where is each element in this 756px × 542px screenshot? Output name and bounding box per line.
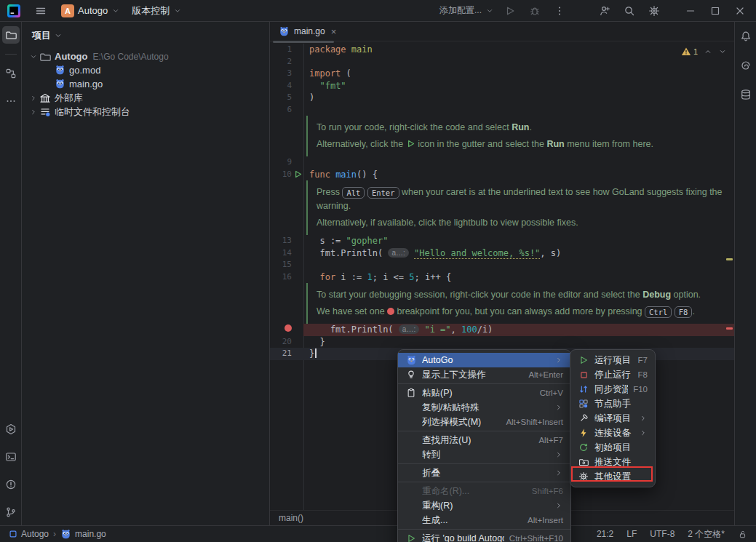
menu-item-label: 同步资源 <box>594 383 628 396</box>
project-tool-button[interactable] <box>2 26 20 44</box>
breadcrumb-scope[interactable]: main() <box>279 513 303 523</box>
menu-item-重命名(R)...[interactable]: 重命名(R)...Shift+F6 <box>398 484 570 498</box>
submenu-item-同步资源[interactable]: 同步资源F10 <box>570 382 655 396</box>
problems-tool-button[interactable] <box>2 476 20 493</box>
goland-logo-icon <box>7 4 20 17</box>
line-number: 1 <box>270 44 292 56</box>
chevron-down-icon <box>111 7 120 15</box>
line-number: 2 <box>270 56 292 68</box>
vcs-label: 版本控制 <box>132 4 170 17</box>
submenu-item-初始项目[interactable]: 初始项目 <box>570 440 655 455</box>
tab-main-go[interactable]: main.go × <box>270 22 343 41</box>
code-text: func main() { <box>303 169 734 181</box>
warning-stripe-tick[interactable] <box>726 258 733 260</box>
nodes-icon <box>578 399 589 409</box>
status-21:2[interactable]: 21:2 <box>597 529 613 539</box>
chevron-down-icon <box>485 7 494 15</box>
next-problem-icon[interactable] <box>718 47 727 56</box>
status-UTF-8[interactable]: UTF-8 <box>650 529 675 539</box>
code-line: 10func main() { <box>270 169 734 181</box>
project-icon <box>9 530 17 538</box>
menu-item-运行 'go build Autogo'(U)[interactable]: 运行 'go build Autogo'(U)Ctrl+Shift+F10 <box>398 531 570 542</box>
menu-item-AutoGo[interactable]: AutoGo <box>398 353 570 367</box>
go-file-icon <box>279 26 290 37</box>
more-actions-button[interactable] <box>551 2 568 20</box>
code-text <box>303 56 734 68</box>
line-number: 9 <box>270 156 292 169</box>
terminal-tool-button[interactable] <box>2 448 20 466</box>
tree-row-临时文件和控制台[interactable]: 临时文件和控制台 <box>22 105 269 119</box>
error-stripe-tick[interactable] <box>726 327 733 330</box>
lightbulb-icon <box>405 370 417 380</box>
status-crumb-label: main.go <box>75 529 106 539</box>
tree-row-Autogo[interactable]: AutogoE:\Go Code\Autogo <box>22 49 269 63</box>
menu-item-显示上下文操作[interactable]: 显示上下文操作Alt+Enter <box>398 367 570 382</box>
warning-count[interactable]: 1 <box>681 47 698 57</box>
tree-row-main.go[interactable]: main.go <box>22 77 269 91</box>
inspections-widget[interactable]: 1 <box>681 47 727 57</box>
code-with-me-button[interactable] <box>596 2 613 20</box>
menu-item-折叠[interactable]: 折叠 <box>398 466 570 480</box>
menu-item-粘贴(P)[interactable]: 粘贴(P)Ctrl+V <box>398 386 570 400</box>
gutter-mark <box>292 348 303 360</box>
structure-tool-button[interactable] <box>2 65 20 82</box>
run-line-icon[interactable] <box>292 169 303 181</box>
lock-icon[interactable] <box>738 530 747 539</box>
menu-item-转到[interactable]: 转到 <box>398 447 570 462</box>
menu-item-label: 生成... <box>422 514 522 527</box>
gopher-icon <box>60 529 71 540</box>
breakpoint-icon[interactable] <box>285 324 292 332</box>
tree-row-外部库[interactable]: 外部库 <box>22 91 269 105</box>
run-configuration-selector[interactable]: 添加配置... <box>439 4 494 17</box>
menu-item-查找用法(U)[interactable]: 查找用法(U)Alt+F7 <box>398 433 570 447</box>
chevron-right-icon[interactable] <box>28 108 39 116</box>
ai-assistant-tool-button[interactable] <box>737 57 755 74</box>
run-button[interactable] <box>501 2 519 20</box>
notifications-tool-button[interactable] <box>737 28 755 45</box>
database-tool-button[interactable] <box>737 86 755 103</box>
gopher-icon <box>405 355 417 366</box>
project-name: Autogo <box>78 5 108 16</box>
strip-divider <box>5 54 17 55</box>
tree-item-path: E:\Go Code\Autogo <box>92 52 168 62</box>
close-button[interactable] <box>731 2 749 20</box>
tab-close-icon[interactable]: × <box>331 26 337 37</box>
status-LF[interactable]: LF <box>626 529 637 539</box>
main-menu-button[interactable] <box>32 2 49 20</box>
bolt-icon <box>578 428 589 438</box>
tree-row-go.mod[interactable]: go.mod <box>22 63 269 77</box>
menu-item-shortcut: Ctrl+V <box>540 388 563 397</box>
submenu-item-节点助手[interactable]: 节点助手 <box>570 396 655 411</box>
debug-button[interactable] <box>526 2 544 20</box>
chevron-right-icon[interactable] <box>28 94 39 103</box>
code-text: import ( <box>303 68 734 80</box>
search-everywhere-button[interactable] <box>621 2 638 20</box>
submenu-item-编译项目[interactable]: 编译项目 <box>570 411 655 426</box>
menu-item-复制/粘贴特殊[interactable]: 复制/粘贴特殊 <box>398 400 570 415</box>
menu-item-生成...[interactable]: 生成...Alt+Insert <box>398 513 570 527</box>
status-crumb-Autogo[interactable]: Autogo <box>9 529 49 539</box>
status-2 个空格*[interactable]: 2 个空格* <box>688 528 725 541</box>
menu-item-列选择模式(M)[interactable]: 列选择模式(M)Alt+Shift+Insert <box>398 415 570 429</box>
project-switcher[interactable]: A Autogo <box>61 4 120 17</box>
more-tools-button[interactable] <box>2 92 20 110</box>
run-tool-button[interactable] <box>2 421 20 438</box>
project-panel-header[interactable]: 项目 <box>22 26 269 49</box>
menu-item-重构(R)[interactable]: 重构(R) <box>398 498 570 513</box>
vcs-widget[interactable]: 版本控制 <box>132 4 182 17</box>
submenu-item-连接设备[interactable]: 连接设备 <box>570 426 655 440</box>
menu-separator <box>398 463 570 464</box>
status-crumb-main.go[interactable]: main.go <box>60 529 106 540</box>
chevron-down-icon[interactable] <box>28 52 39 61</box>
submenu-arrow-icon <box>554 469 563 477</box>
maximize-button[interactable] <box>707 2 724 20</box>
minimize-button[interactable] <box>682 2 699 20</box>
line-number: 5 <box>270 92 292 104</box>
submenu-item-运行项目[interactable]: 运行项目F7 <box>570 353 655 367</box>
prev-problem-icon[interactable] <box>704 47 712 56</box>
version-control-tool-button[interactable] <box>2 503 20 521</box>
project-panel: 项目 AutogoE:\Go Code\Autogogo.modmain.go外… <box>22 22 270 525</box>
tab-scroll-thumb[interactable] <box>273 41 334 43</box>
settings-button[interactable] <box>645 2 663 20</box>
submenu-item-停止运行[interactable]: 停止运行F8 <box>570 367 655 382</box>
